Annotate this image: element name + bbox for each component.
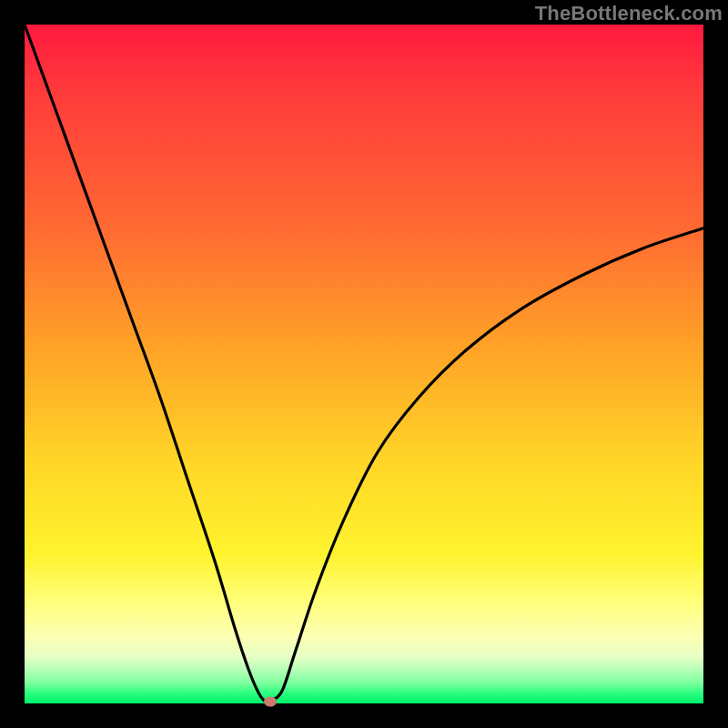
bottleneck-curve [25,25,703,703]
minimum-marker [264,696,277,706]
watermark-text: TheBottleneck.com [535,2,723,25]
plot-area [25,25,703,703]
chart-container: TheBottleneck.com [0,0,728,728]
